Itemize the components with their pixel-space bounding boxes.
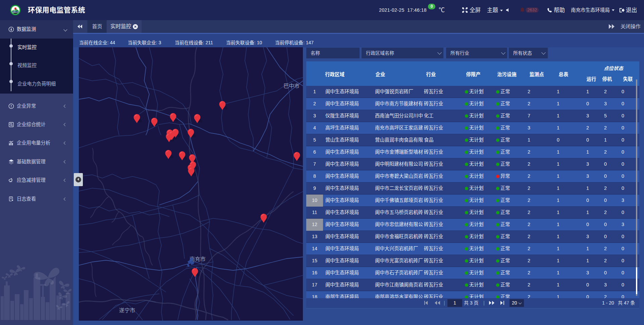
svg-text:巴中市: 巴中市 [283,83,300,89]
svg-text:遂宁市: 遂宁市 [119,308,135,313]
